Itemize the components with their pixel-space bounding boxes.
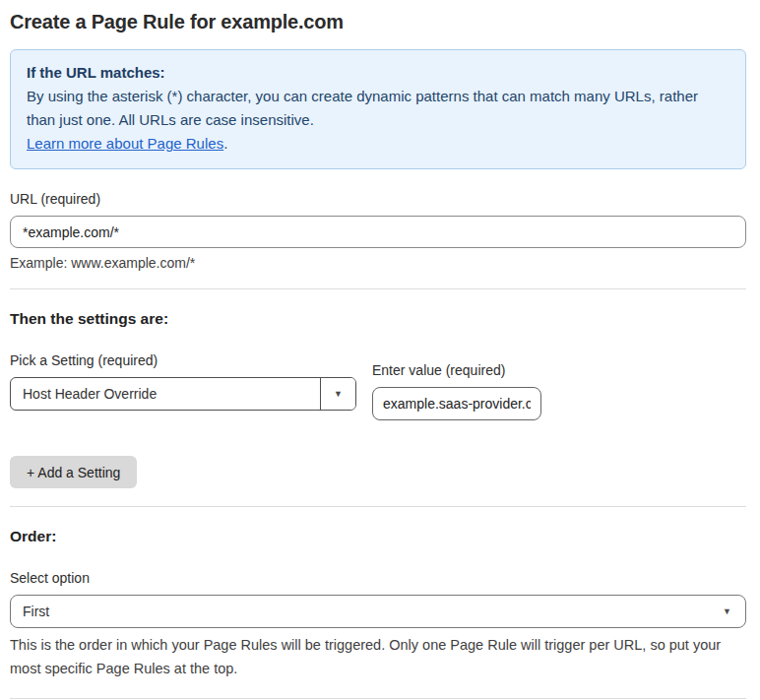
order-select-value: First <box>23 604 49 619</box>
setting-select-arrow-button[interactable]: ▼ <box>320 378 355 410</box>
create-page-rule-form: Create a Page Rule for example.com If th… <box>0 0 760 700</box>
settings-section: Then the settings are: Pick a Setting (r… <box>10 310 746 488</box>
divider <box>10 288 746 289</box>
enter-value-label: Enter value (required) <box>372 361 541 379</box>
divider <box>10 506 746 507</box>
url-matches-info-box: If the URL matches: By using the asteris… <box>10 49 746 169</box>
divider <box>10 698 746 699</box>
url-example-helper: Example: www.example.com/* <box>10 255 746 271</box>
pick-setting-column: Pick a Setting (required) Host Header Ov… <box>10 351 356 411</box>
enter-value-column: Enter value (required) <box>372 361 541 420</box>
page-title: Create a Page Rule for example.com <box>10 8 746 35</box>
order-section: Order: Select option First ▼ This is the… <box>10 528 746 680</box>
settings-row: Pick a Setting (required) Host Header Ov… <box>10 351 746 420</box>
settings-heading: Then the settings are: <box>10 310 746 328</box>
info-box-heading: If the URL matches: <box>27 61 729 85</box>
info-box-link-line: Learn more about Page Rules. <box>27 132 729 156</box>
link-suffix: . <box>223 135 227 152</box>
order-heading: Order: <box>10 528 746 545</box>
url-input[interactable] <box>10 216 746 248</box>
info-box-body: By using the asterisk (*) character, you… <box>27 85 729 132</box>
order-helper-text: This is the order in which your Page Rul… <box>10 633 746 680</box>
setting-value-input[interactable] <box>372 387 541 420</box>
chevron-down-icon: ▼ <box>723 607 731 616</box>
chevron-down-icon: ▼ <box>334 390 343 399</box>
setting-select[interactable]: Host Header Override ▼ <box>10 377 356 411</box>
url-section: URL (required) Example: www.example.com/… <box>10 190 746 271</box>
url-label: URL (required) <box>10 190 746 208</box>
learn-more-link[interactable]: Learn more about Page Rules <box>27 135 223 152</box>
select-option-label: Select option <box>10 569 746 587</box>
setting-select-value: Host Header Override <box>11 378 320 410</box>
order-select[interactable]: First ▼ <box>10 595 746 628</box>
pick-setting-label: Pick a Setting (required) <box>10 351 356 369</box>
add-setting-button[interactable]: + Add a Setting <box>10 456 137 488</box>
